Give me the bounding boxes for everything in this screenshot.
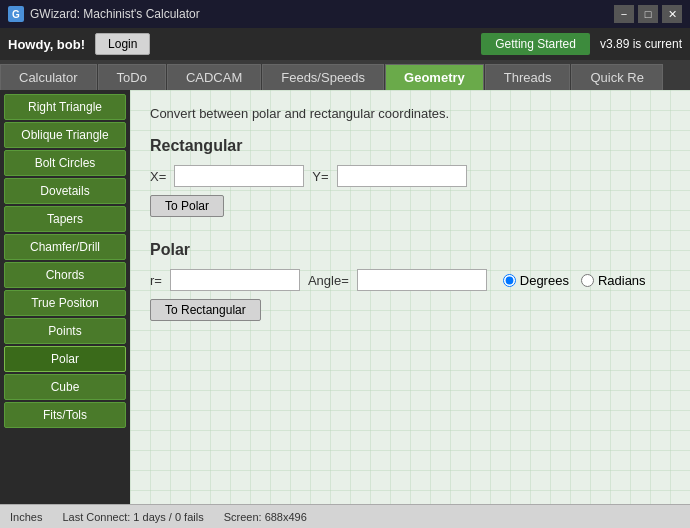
sidebar-item-right-triangle[interactable]: Right Triangle [4, 94, 126, 120]
version-text: v3.89 is current [600, 37, 682, 51]
tab-feeds-speeds[interactable]: Feeds/Speeds [262, 64, 384, 90]
sidebar-item-true-position[interactable]: True Positon [4, 290, 126, 316]
main-layout: Right Triangle Oblique Triangle Bolt Cir… [0, 90, 690, 504]
tab-todo[interactable]: ToDo [98, 64, 166, 90]
sidebar-item-dovetails[interactable]: Dovetails [4, 178, 126, 204]
app-icon: G [8, 6, 24, 22]
r-input[interactable] [170, 269, 300, 291]
screen-size-text: Screen: 688x496 [224, 511, 307, 523]
radians-option[interactable]: Radians [581, 273, 646, 288]
y-label: Y= [312, 169, 328, 184]
angle-label: Angle= [308, 273, 349, 288]
window-controls: − □ ✕ [614, 5, 682, 23]
description-text: Convert between polar and rectangular co… [150, 106, 670, 121]
polar-section: Polar r= Angle= Degrees Radians To [150, 241, 670, 337]
sidebar-item-chords[interactable]: Chords [4, 262, 126, 288]
title-bar: G GWizard: Machinist's Calculator − □ ✕ [0, 0, 690, 28]
sidebar-item-oblique-triangle[interactable]: Oblique Triangle [4, 122, 126, 148]
x-input[interactable] [174, 165, 304, 187]
maximize-button[interactable]: □ [638, 5, 658, 23]
greeting-text: Howdy, bob! [8, 37, 85, 52]
close-button[interactable]: ✕ [662, 5, 682, 23]
login-button[interactable]: Login [95, 33, 150, 55]
degrees-option[interactable]: Degrees [503, 273, 569, 288]
content-area: Convert between polar and rectangular co… [130, 90, 690, 504]
last-connect-text: Last Connect: 1 days / 0 fails [62, 511, 203, 523]
sidebar-item-points[interactable]: Points [4, 318, 126, 344]
rectangular-fields: X= Y= [150, 165, 670, 187]
status-bar: Inches Last Connect: 1 days / 0 fails Sc… [0, 504, 690, 528]
rectangular-title: Rectangular [150, 137, 670, 155]
x-label: X= [150, 169, 166, 184]
tab-threads[interactable]: Threads [485, 64, 571, 90]
r-label: r= [150, 273, 162, 288]
tab-bar: Calculator ToDo CADCAM Feeds/Speeds Geom… [0, 60, 690, 90]
to-polar-button[interactable]: To Polar [150, 195, 224, 217]
tab-quick-re[interactable]: Quick Re [571, 64, 662, 90]
angle-units-group: Degrees Radians [503, 273, 646, 288]
getting-started-button[interactable]: Getting Started [481, 33, 590, 55]
sidebar-item-bolt-circles[interactable]: Bolt Circles [4, 150, 126, 176]
sidebar-item-chamfer-drill[interactable]: Chamfer/Drill [4, 234, 126, 260]
to-rectangular-button[interactable]: To Rectangular [150, 299, 261, 321]
sidebar-item-cube[interactable]: Cube [4, 374, 126, 400]
polar-title: Polar [150, 241, 670, 259]
units-text: Inches [10, 511, 42, 523]
radians-radio[interactable] [581, 274, 594, 287]
y-input[interactable] [337, 165, 467, 187]
rectangular-section: Rectangular X= Y= To Polar [150, 137, 670, 233]
angle-input[interactable] [357, 269, 487, 291]
sidebar-item-fits-tols[interactable]: Fits/Tols [4, 402, 126, 428]
tab-geometry[interactable]: Geometry [385, 64, 484, 90]
title-bar-left: G GWizard: Machinist's Calculator [8, 6, 200, 22]
polar-fields: r= Angle= Degrees Radians [150, 269, 670, 291]
top-toolbar: Howdy, bob! Login Getting Started v3.89 … [0, 28, 690, 60]
sidebar: Right Triangle Oblique Triangle Bolt Cir… [0, 90, 130, 504]
window-title: GWizard: Machinist's Calculator [30, 7, 200, 21]
tab-calculator[interactable]: Calculator [0, 64, 97, 90]
minimize-button[interactable]: − [614, 5, 634, 23]
degrees-radio[interactable] [503, 274, 516, 287]
sidebar-item-tapers[interactable]: Tapers [4, 206, 126, 232]
tab-cadcam[interactable]: CADCAM [167, 64, 261, 90]
sidebar-item-polar[interactable]: Polar [4, 346, 126, 372]
